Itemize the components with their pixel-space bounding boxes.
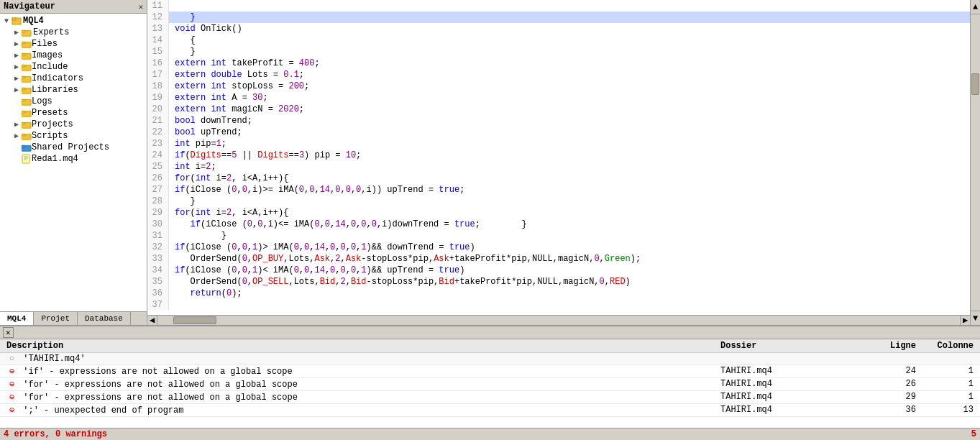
tree-label-presets: Presets: [32, 108, 68, 118]
folder-scripts-icon: [22, 132, 32, 140]
scroll-right-button[interactable]: ▶: [960, 316, 970, 325]
hscroll-thumb[interactable]: [173, 316, 216, 324]
tree-item-images[interactable]: ▶ Images: [0, 50, 147, 61]
code-line-28: 28 }: [147, 196, 970, 207]
tree-label-files: Files: [32, 39, 58, 49]
tree-label-mql4: MQL4: [23, 16, 44, 26]
horizontal-scrollbar[interactable]: ◀ ▶: [147, 315, 970, 325]
tree-item-mql4[interactable]: ▼ MQL4: [0, 15, 147, 27]
scroll-thumb[interactable]: [971, 73, 979, 95]
nav-tab-mql4[interactable]: MQL4: [0, 312, 34, 325]
scroll-down-button[interactable]: ▼: [971, 311, 980, 325]
hscroll-track[interactable]: [157, 316, 960, 325]
error-filename-icon: ○: [6, 354, 17, 364]
code-line-24: 24 if(Digits==5 || Digits==3) pip = 10;: [147, 150, 970, 161]
nav-tab-database[interactable]: Database: [78, 312, 131, 325]
tree-item-libraries[interactable]: ▶ Libraries: [0, 84, 147, 96]
tree-item-projects[interactable]: ▶ Projects: [0, 119, 147, 130]
code-line-20: 20 extern int magicN = 2020;: [147, 104, 970, 115]
nav-tab-projet[interactable]: Projet: [34, 312, 78, 325]
folder-images-icon: [22, 51, 32, 60]
tree-item-include[interactable]: ▶ Include: [0, 61, 147, 73]
svg-rect-7: [22, 53, 25, 55]
tree-item-experts[interactable]: ▶ Experts: [0, 27, 147, 38]
tree-label-include: Include: [32, 62, 68, 72]
mql4-icon: [12, 16, 22, 26]
code-editor[interactable]: 11 12 } 13 void OnTick() 14 { 15 }: [147, 0, 970, 325]
code-line-30: 30 if(iClose (0,0,i)<= iMA(0,0,14,0,0,0,…: [147, 219, 970, 230]
expander-indicators: ▶: [12, 74, 22, 83]
code-line-33: 33 OrderSend(0,OP_BUY,Lots,Ask,2,Ask-sto…: [147, 253, 970, 265]
vertical-scrollbar[interactable]: ▲ ▼: [970, 0, 980, 325]
navigator-tree: ▼ MQL4 ▶ Experts ▶ Files: [0, 14, 147, 311]
folder-libraries-icon: [22, 86, 32, 94]
file-reda-icon: [22, 154, 32, 164]
expander-images: ▶: [12, 51, 22, 60]
svg-rect-21: [22, 134, 25, 136]
status-count: 5: [971, 429, 976, 439]
tree-item-logs[interactable]: Logs: [0, 96, 147, 107]
header-dossier: Dossier: [718, 341, 861, 351]
error-dossier-4: TAHIRI.mq4: [718, 405, 861, 416]
code-line-12: 12 }: [147, 12, 970, 23]
code-line-29: 29 for(int i=2, i<A,i++){: [147, 207, 970, 219]
svg-rect-19: [22, 122, 25, 124]
error-desc-2: 'for' - expressions are not allowed on a…: [20, 380, 301, 390]
svg-rect-3: [22, 30, 25, 32]
bottom-panel: ✕ Description Dossier Ligne Colonne ○ 'T…: [0, 325, 980, 440]
expander-files: ▶: [12, 40, 22, 48]
folder-indicators-icon: [22, 74, 32, 83]
error-icon-4: ⊖: [6, 405, 17, 416]
scroll-up-button[interactable]: ▲: [971, 0, 980, 14]
error-icon-1: ⊖: [6, 366, 17, 377]
svg-rect-9: [22, 65, 25, 67]
svg-rect-1: [12, 18, 16, 20]
error-row-4: ⊖ ';' - unexpected end of program TAHIRI…: [0, 404, 980, 417]
code-line-21: 21 bool downTrend;: [147, 115, 970, 127]
tree-label-indicators: Indicators: [32, 73, 83, 83]
error-row-1: ⊖ 'if' - expressions are not allowed on …: [0, 365, 980, 378]
scroll-left-button[interactable]: ◀: [147, 316, 157, 325]
code-line-17: 17 extern double Lots = 0.1;: [147, 69, 970, 81]
folder-shared-icon: [22, 143, 32, 152]
expander-include: ▶: [12, 63, 22, 71]
code-line-25: 25 int i=2;: [147, 161, 970, 173]
status-bar: 4 errors, 0 warnings 5: [0, 428, 980, 440]
error-icon-2: ⊖: [6, 379, 17, 390]
code-line-18: 18 extern int stopLoss = 200;: [147, 81, 970, 92]
tree-item-presets[interactable]: Presets: [0, 107, 147, 119]
tree-label-projects: Projects: [32, 119, 73, 129]
svg-rect-17: [22, 111, 25, 113]
errors-toolbar: ✕: [0, 326, 980, 339]
error-dossier-3: TAHIRI.mq4: [718, 392, 861, 403]
expander-experts: ▶: [12, 28, 22, 37]
expander-projects: ▶: [12, 120, 22, 129]
code-line-23: 23 int pip=1;: [147, 138, 970, 150]
navigator-close-button[interactable]: ✕: [138, 2, 143, 12]
status-errors-text: 4 errors, 0 warnings: [4, 429, 107, 439]
svg-rect-24: [22, 155, 29, 163]
tree-item-scripts[interactable]: ▶ Scripts: [0, 130, 147, 142]
tree-item-indicators[interactable]: ▶ Indicators: [0, 73, 147, 84]
error-colonne-2: 1: [919, 379, 976, 390]
header-ligne: Ligne: [861, 341, 919, 351]
folder-experts-icon: [22, 28, 32, 37]
scroll-track[interactable]: [971, 14, 980, 311]
folder-include-icon: [22, 63, 32, 71]
tree-label-logs: Logs: [32, 96, 52, 106]
error-filename-text: 'TAHIRI.mq4': [20, 354, 88, 364]
error-ligne-2: 26: [861, 379, 919, 390]
code-line-32: 32 if(iClose (0,0,1)> iMA(0,0,14,0,0,0,1…: [147, 242, 970, 253]
code-line-31: 31 }: [147, 230, 970, 242]
error-ligne-3: 29: [861, 392, 919, 403]
errors-close-button[interactable]: ✕: [3, 327, 14, 338]
tree-item-reda[interactable]: Reda1.mq4: [0, 153, 147, 165]
tree-item-shared[interactable]: Shared Projects: [0, 142, 147, 153]
error-desc-4: ';' - unexpected end of program: [20, 405, 186, 416]
tree-item-files[interactable]: ▶ Files: [0, 38, 147, 50]
error-ligne-4: 36: [861, 405, 919, 416]
code-line-19: 19 extern int A = 30;: [147, 92, 970, 104]
navigator-title: Navigateur: [4, 1, 55, 12]
code-line-16: 16 extern int takeProfit = 400;: [147, 58, 970, 69]
code-line-14: 14 {: [147, 35, 970, 46]
